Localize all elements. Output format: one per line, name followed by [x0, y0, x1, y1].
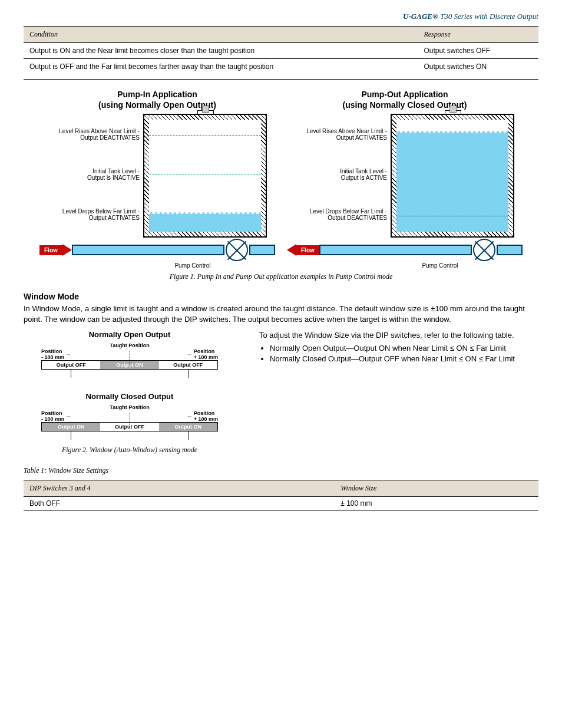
initial-level-line: [149, 174, 261, 174]
pipe: [319, 245, 472, 255]
pos-minus-label: Position - 100 mm: [41, 410, 64, 422]
seg-off: Output OFF: [42, 361, 100, 369]
table-1-title: Table 1: Window Size Settings: [24, 466, 538, 475]
window-mode-side-text: To adjust the Window Size via the DIP sw…: [259, 330, 538, 366]
cell: Output switches ON: [418, 59, 538, 80]
pos-plus-label: Position + 100 mm: [194, 410, 218, 422]
cell: Output is ON and the Near limit becomes …: [24, 43, 418, 59]
formula-text: Near Limit ≤ ON ≤ Far Limit: [413, 344, 506, 353]
model-line: T30 Series with Discrete Output: [440, 12, 538, 21]
valve-icon: [473, 239, 495, 261]
cell: Output switches OFF: [418, 43, 538, 59]
pump-in-title: Pump-In Application: [39, 89, 275, 100]
window-mode-heading: Window Mode: [24, 292, 538, 301]
flow-label: Flow: [296, 245, 319, 255]
pos-plus-label: Position + 100 mm: [194, 348, 218, 360]
seg-on: Output ON: [159, 423, 217, 431]
th-response: Response: [418, 27, 538, 43]
pump-control-label: Pump Control: [358, 262, 523, 269]
formula-text: Near Limit ≤ ON ≤ Far Limit: [422, 354, 515, 363]
arrow-right-icon: →: [65, 351, 71, 357]
far-limit-line: [396, 216, 508, 216]
table-row: Both OFF ± 100 mm: [24, 497, 538, 510]
pipe: [249, 245, 275, 255]
near-limit-line: [149, 135, 261, 136]
flow-arrow-icon: Flow: [39, 244, 72, 256]
cell: Both OFF: [24, 497, 335, 510]
seg-off: Output OFF: [159, 361, 217, 369]
pump-control-label: Pump Control: [110, 262, 275, 269]
water-high: [396, 133, 508, 232]
label-init: Initial Tank Level - Output is INACTIVE: [39, 168, 140, 181]
valve-icon: [226, 239, 248, 261]
cell: Output is OFF and the Far limit becomes …: [24, 59, 418, 80]
label-far: Level Drops Below Far Limit - Output DEA…: [287, 208, 387, 221]
pipe: [72, 245, 224, 255]
taught-center-line: [130, 351, 130, 366]
nc-output-figure: Taught Position Position - 100 mm→ ←Posi…: [41, 404, 218, 440]
no-output-caption: Normally Open Output: [24, 330, 236, 339]
pump-in-diagram: Pump-In Application (using Normally Open…: [39, 89, 275, 269]
flow-label: Flow: [39, 245, 62, 255]
label-near: Level Rises Above Near Limit - Output DE…: [39, 128, 140, 141]
arrow-left-icon: ←: [187, 413, 193, 419]
pos-minus-label: Position - 100 mm: [41, 348, 64, 360]
window-mode-text: In Window Mode, a single limit is taught…: [24, 304, 538, 324]
label-far: Level Drops Below Far Limit - Output ACT…: [39, 208, 140, 221]
th-winsize: Window Size: [335, 480, 538, 497]
label-init: Initial Tank Level - Output is ACTIVE: [287, 168, 387, 181]
page-header: U-GAGE® T30 Series with Discrete Output: [24, 12, 538, 21]
sensor-mount-icon: [449, 106, 457, 113]
taught-center-line: [130, 413, 130, 428]
table-row: Output is ON and the Near limit becomes …: [24, 43, 538, 59]
taught-label: Taught Position: [41, 404, 218, 410]
flow-arrow-icon: Flow: [287, 244, 319, 256]
taught-label: Taught Position: [41, 342, 218, 348]
bullet-no: Normally Open Output—Output ON when Near…: [270, 343, 538, 354]
cell: ± 100 mm: [335, 497, 538, 510]
th-condition: Condition: [24, 27, 418, 43]
pipe: [497, 245, 523, 255]
table-row: Output is OFF and the Far limit becomes …: [24, 59, 538, 80]
water-low: [149, 214, 261, 232]
nc-output-caption: Normally Closed Output: [24, 392, 236, 401]
window-intro-text: To adjust the Window Size via the DIP sw…: [259, 330, 538, 341]
pump-out-title: Pump-Out Application: [287, 89, 523, 100]
th-dip: DIP Switches 3 and 4: [24, 480, 335, 497]
sensor-mount-icon: [202, 106, 209, 113]
figure-1: Pump-In Application (using Normally Open…: [24, 89, 538, 269]
arrow-left-icon: ←: [187, 351, 193, 357]
pump-response-table: Condition Response Output is ON and the …: [24, 26, 538, 80]
pump-out-diagram: Pump-Out Application (using Normally Clo…: [287, 89, 523, 269]
figure-2-caption: Figure 2. Window (Auto-Window) sensing m…: [24, 446, 236, 454]
window-size-table: DIP Switches 3 and 4 Window Size Both OF…: [24, 480, 538, 510]
brand-text: U-GAGE®: [403, 12, 438, 21]
arrow-right-icon: →: [65, 413, 71, 419]
label-near: Level Rises Above Near Limit - Output AC…: [287, 128, 387, 141]
pump-out-subtitle: (using Normally Closed Output): [287, 100, 523, 110]
pump-in-subtitle: (using Normally Open Output): [39, 100, 275, 110]
seg-on: Output ON: [42, 423, 100, 431]
figure-2: Normally Open Output Taught Position Pos…: [24, 330, 538, 454]
figure-1-caption: Figure 1. Pump In and Pump Out applicati…: [24, 272, 538, 281]
bullet-nc: Normally Closed Output—Output OFF when N…: [270, 354, 538, 364]
no-output-figure: Taught Position Position - 100 mm→ ←Posi…: [41, 342, 218, 378]
